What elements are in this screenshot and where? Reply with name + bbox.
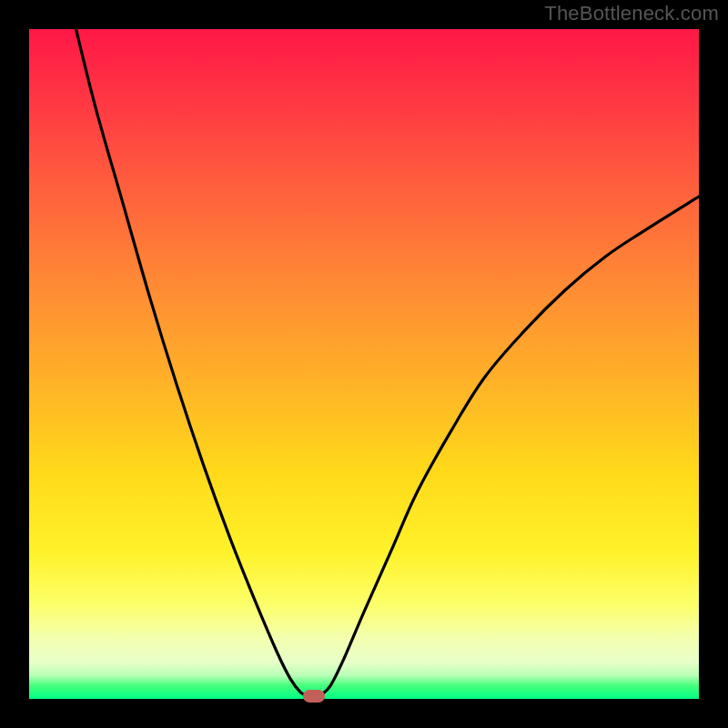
min-marker bbox=[303, 690, 325, 703]
curve-right-branch bbox=[320, 197, 699, 695]
plot-area bbox=[29, 29, 699, 699]
chart-frame: TheBottleneck.com bbox=[0, 0, 728, 728]
watermark-text: TheBottleneck.com bbox=[544, 2, 719, 25]
curve-left-branch bbox=[76, 29, 308, 695]
bottleneck-curve bbox=[29, 29, 699, 699]
